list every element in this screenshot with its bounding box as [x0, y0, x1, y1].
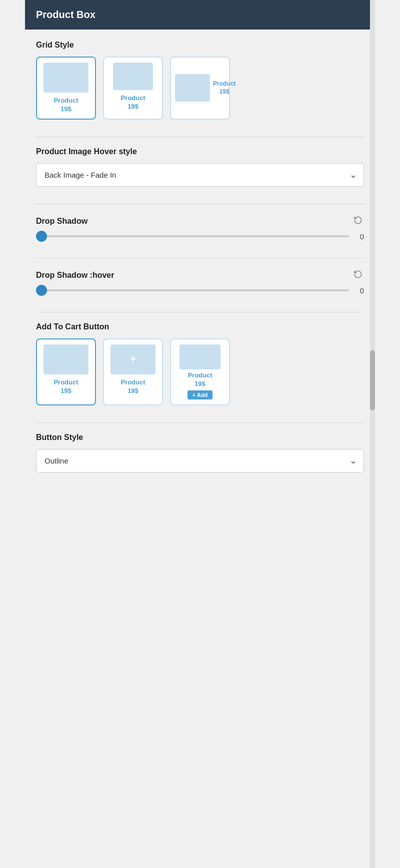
cart-option-2[interactable]: + Product19$ — [103, 338, 163, 405]
panel-header: Product Box — [25, 0, 375, 30]
drop-shadow-slider-row: 0 — [36, 232, 364, 241]
drop-shadow-hover-section: Drop Shadow :hover 0 — [36, 268, 364, 295]
grid-option-2-text: Product19$ — [120, 94, 145, 111]
hover-style-select[interactable]: Back Image - Fade In Zoom In Slide — [36, 163, 364, 187]
button-style-section: Button Style Outline Filled Ghost ⌄ — [36, 433, 364, 473]
hover-style-section: Product Image Hover style Back Image - F… — [36, 147, 364, 187]
cart-option-1-image — [44, 344, 88, 374]
grid-option-1-text: Product19$ — [54, 97, 78, 114]
drop-shadow-label: Drop Shadow — [36, 217, 88, 226]
cart-section: Add To Cart Button Product19$ + Product1… — [36, 322, 364, 405]
grid-option-3-text: Product 19$ — [213, 80, 236, 96]
product-box-panel: Product Box Grid Style Product19$ Produc… — [25, 0, 375, 868]
button-style-select[interactable]: Outline Filled Ghost — [36, 449, 364, 473]
grid-style-label: Grid Style — [36, 41, 364, 50]
grid-option-2[interactable]: Product19$ — [103, 57, 163, 120]
cart-section-label: Add To Cart Button — [36, 322, 364, 331]
scrollbar-thumb[interactable] — [370, 350, 375, 410]
cart-option-3-text: Product19$ — [188, 371, 212, 388]
drop-shadow-reset-icon[interactable] — [352, 214, 364, 226]
divider-2 — [36, 204, 364, 204]
cart-option-3[interactable]: Product19$ + Add — [170, 338, 230, 405]
hover-style-label: Product Image Hover style — [36, 147, 364, 156]
divider-5 — [36, 422, 364, 423]
drop-shadow-hover-slider-row: 0 — [36, 286, 364, 295]
grid-option-1[interactable]: Product19$ — [36, 57, 96, 120]
button-style-select-wrapper: Outline Filled Ghost ⌄ — [36, 449, 364, 473]
divider-3 — [36, 258, 364, 258]
cart-option-3-image — [180, 344, 220, 369]
grid-option-3[interactable]: Product 19$ — [170, 57, 230, 120]
scrollbar-track[interactable] — [370, 0, 375, 868]
cart-option-1-text: Product19$ — [54, 378, 78, 395]
cart-option-2-plus-icon: + — [130, 353, 136, 365]
cart-option-1[interactable]: Product19$ — [36, 338, 96, 405]
divider-1 — [36, 137, 364, 137]
drop-shadow-section: Drop Shadow 0 — [36, 214, 364, 241]
grid-option-3-image — [175, 74, 210, 102]
drop-shadow-hover-label: Drop Shadow :hover — [36, 271, 114, 280]
grid-option-1-image — [44, 63, 88, 93]
cart-option-2-image: + — [110, 344, 156, 374]
panel-body: Grid Style Product19$ Product19$ Product… — [25, 30, 375, 496]
drop-shadow-value: 0 — [354, 232, 364, 241]
button-style-label: Button Style — [36, 433, 364, 442]
divider-4 — [36, 312, 364, 312]
grid-option-2-image — [113, 63, 153, 90]
panel-title: Product Box — [36, 9, 96, 20]
cart-option-2-text: Product19$ — [120, 378, 145, 395]
cart-options: Product19$ + Product19$ Product19$ + Add — [36, 338, 364, 405]
hover-style-select-wrapper: Back Image - Fade In Zoom In Slide ⌄ — [36, 163, 364, 187]
drop-shadow-slider[interactable] — [36, 235, 349, 237]
drop-shadow-hover-reset-icon[interactable] — [352, 268, 364, 280]
drop-shadow-hover-slider[interactable] — [36, 289, 349, 291]
drop-shadow-hover-value: 0 — [354, 286, 364, 295]
cart-option-3-add-btn: + Add — [188, 390, 212, 399]
grid-style-section: Grid Style Product19$ Product19$ Product… — [36, 41, 364, 120]
grid-style-options: Product19$ Product19$ Product 19$ — [36, 57, 364, 120]
